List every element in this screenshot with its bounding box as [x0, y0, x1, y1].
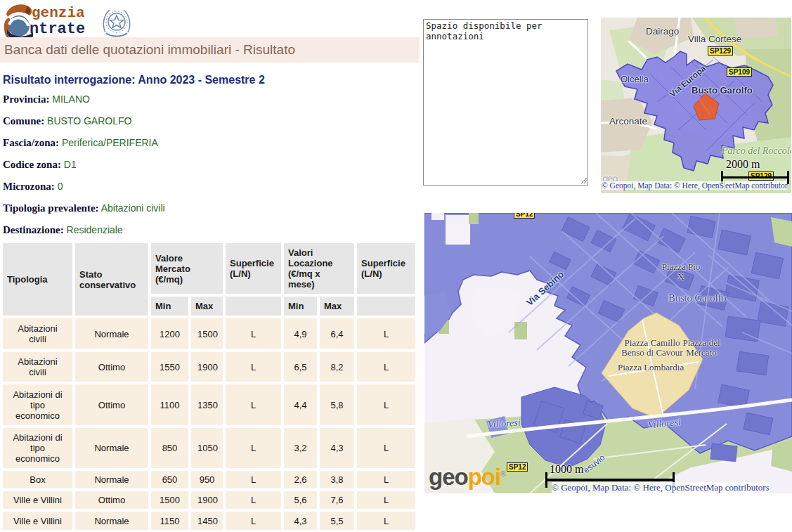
annotations-textarea[interactable]	[423, 19, 588, 186]
table-cell: Normale	[75, 428, 148, 468]
result-fields: Provincia: MILANOComune: BUSTO GAROLFOFa…	[3, 93, 417, 246]
table-cell: 5,8	[320, 384, 354, 425]
table-cell: 2,6	[284, 471, 317, 488]
col-header-max-mercato: Max	[191, 297, 223, 316]
col-header-tipologia: Tipologia	[3, 243, 72, 316]
map-label-piazza-pio-x: Piazza Pio X	[656, 262, 706, 282]
table-cell: 3,2	[284, 428, 317, 468]
road-badge-sp109: SP109	[727, 67, 752, 77]
table-cell: L	[357, 352, 415, 382]
geopoi-logo-geo: geo	[429, 464, 468, 490]
scale-bar-tick-left-big	[545, 472, 547, 488]
geopoi-logo-poi: poi	[468, 464, 500, 490]
col-header-valori-locazione: Valori Locazione (€/mq x mese)	[284, 243, 354, 294]
col-header-max-locazione: Max	[320, 297, 354, 316]
table-cell: 1900	[191, 352, 223, 382]
overview-map[interactable]: Dairago Villa Cortese Olcella Via Europa…	[601, 18, 791, 193]
map-attribution-left: © Geopoi, Map Data: © Here, OpenS	[602, 181, 724, 190]
map-label-piazza-cavour: Piazza Camillo Benso di Cavour	[617, 338, 687, 358]
table-cell: L	[357, 428, 415, 468]
table-cell: 1550	[151, 352, 188, 382]
result-field-value: Abitazioni civili	[99, 202, 165, 214]
geopoi-logo: geopoi®	[429, 462, 506, 489]
result-field-value: BUSTO GAROLFO	[44, 115, 131, 126]
result-field-label: Destinazione:	[3, 224, 64, 235]
road-badge-sp12: SP12	[507, 462, 528, 472]
map-label-piazza-lombardia: Piazza Lombardia	[618, 362, 684, 373]
scale-bar-small-map	[721, 176, 789, 179]
table-cell: 650	[151, 471, 188, 488]
map-label-piazza-del-mercato: Piazza del Mercato	[680, 338, 722, 358]
result-field-value: Periferica/PERIFERIA	[59, 137, 158, 148]
table-cell: Ottimo	[75, 491, 148, 509]
col-header-min-mercato: Min	[151, 297, 188, 316]
table-cell: 1100	[151, 384, 188, 425]
table-cell: L	[226, 471, 281, 488]
table-row: BoxNormale650950L2,63,8L	[3, 471, 415, 488]
table-cell: L	[357, 512, 415, 530]
table-cell: L	[226, 318, 281, 349]
table-cell: L	[357, 491, 415, 509]
table-cell: L	[226, 512, 281, 530]
italy-emblem-icon	[99, 5, 134, 40]
map-label-villoresi-west: Villoresi	[487, 417, 521, 430]
result-field: Tipologia prevalente: Abitazioni civili	[3, 202, 417, 214]
col-header-min-locazione: Min	[284, 297, 317, 316]
table-cell: Abitazioni di tipo economico	[3, 384, 72, 425]
map-label-olcella: Olcella	[621, 74, 649, 84]
table-row: Abitazioni di tipo economicoOttimo110013…	[3, 384, 415, 425]
page-title: Banca dati delle quotazioni immobiliari …	[4, 42, 295, 57]
table-cell: Abitazioni di tipo economico	[3, 428, 72, 468]
table-row: Ville e VilliniNormale11501450L4,35,5L	[3, 512, 415, 530]
table-cell: Normale	[75, 318, 148, 349]
map-label-parco-del-roccolo: Parco del Roccolo	[722, 145, 791, 157]
table-row: Abitazioni di tipo economicoNormale85010…	[3, 428, 415, 468]
zone-map[interactable]: Via Sebino Piazza Pio X Busto Garolfo Pi…	[424, 213, 792, 493]
road-badge-sp129: SP129	[708, 46, 733, 56]
table-cell: L	[357, 471, 415, 488]
page-title-banner: Banca dati delle quotazioni immobiliari …	[0, 37, 420, 63]
result-heading: Risultato interrogazione: Anno 2023 - Se…	[3, 74, 265, 86]
map-attribution-right: eetMap contributor	[725, 181, 787, 190]
result-field: Codice zona: D1	[3, 159, 417, 170]
table-cell: 4,9	[284, 318, 317, 349]
result-field-label: Provincia:	[3, 93, 49, 105]
zone-map-canvas	[424, 213, 792, 493]
table-cell: 6,5	[284, 352, 317, 382]
table-cell: 5,6	[284, 491, 317, 509]
geopoi-logo-reg: ®	[500, 470, 505, 478]
map-label-busto-garolfo-big: Busto Garolfo	[668, 292, 727, 304]
table-cell: Ville e Villini	[3, 491, 72, 509]
table-cell: 4,4	[284, 384, 317, 425]
result-field-label: Fascia/zona:	[3, 137, 59, 148]
table-cell: 850	[151, 428, 188, 468]
quotations-table: Tipologia Stato conservativo Valore Merc…	[0, 240, 418, 532]
map-label-arconate: Arconate	[609, 116, 647, 126]
scale-label-big-map: 1000 m	[550, 463, 583, 476]
table-cell: 4,3	[284, 512, 317, 530]
table-cell: 5,5	[320, 512, 354, 530]
logo-text-agenzia: genzia	[32, 5, 85, 21]
table-row: Abitazioni civiliOttimo15501900L6,58,2L	[3, 352, 415, 382]
map-label-busto-garolfo: Busto Garolfo	[692, 85, 753, 96]
table-cell: L	[357, 318, 415, 349]
table-cell: Ottimo	[75, 352, 148, 382]
result-field-label: Microzona:	[3, 181, 55, 192]
result-field: Provincia: MILANO	[3, 93, 417, 105]
map-attribution-big: © Geopoi, Map Data: © Here, OpenStreetMa…	[552, 482, 770, 493]
table-cell: Normale	[75, 471, 148, 488]
table-cell: Abitazioni civili	[3, 318, 72, 349]
table-cell: Abitazioni civili	[3, 352, 72, 382]
table-cell: 1350	[191, 384, 223, 425]
table-cell: 6,4	[320, 318, 354, 349]
table-cell: 1050	[191, 428, 223, 468]
table-cell: 1900	[191, 491, 223, 509]
logo-text-entrate: ntrate	[30, 20, 85, 38]
textarea-resize-grip-icon[interactable]	[580, 177, 587, 184]
col-header-stato: Stato conservativo	[75, 243, 148, 316]
result-field-value: Residenziale	[64, 224, 123, 235]
table-cell: 1450	[191, 512, 223, 530]
table-cell: L	[226, 428, 281, 468]
result-field: Fascia/zona: Periferica/PERIFERIA	[3, 137, 417, 148]
result-field-value: 0	[55, 181, 63, 192]
